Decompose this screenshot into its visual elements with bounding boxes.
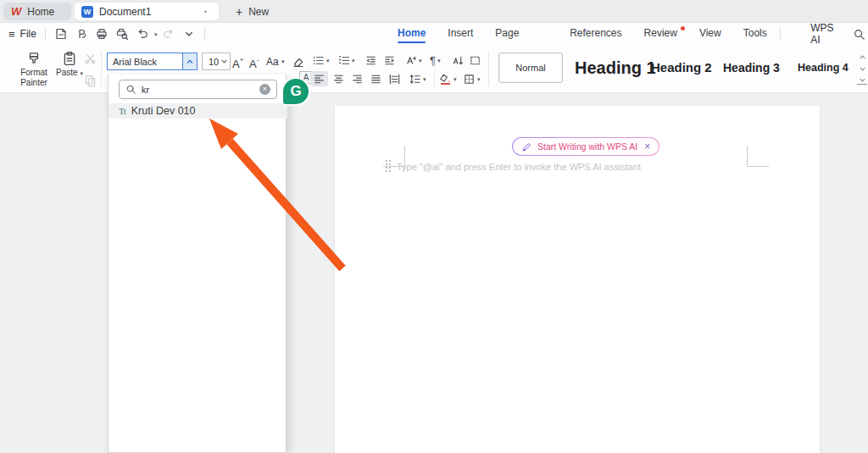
pilcrow-icon: ¶: [430, 55, 436, 66]
document-tab[interactable]: W Document1 •: [75, 3, 219, 20]
borders-caret: ▾: [477, 76, 481, 82]
style-heading-1[interactable]: Heading 1: [575, 52, 656, 83]
margin-corner-mark-right: [747, 146, 769, 167]
print-button[interactable]: [93, 25, 110, 42]
tab-home[interactable]: Home: [387, 23, 437, 45]
clear-search-button[interactable]: ×: [259, 84, 270, 95]
increase-font-size-button[interactable]: A+: [232, 52, 243, 70]
change-case-label: Aa: [266, 56, 279, 68]
search-icon: [125, 84, 136, 95]
copy-button[interactable]: [84, 75, 97, 91]
tab-view[interactable]: View: [688, 23, 732, 45]
home-workspace-tab[interactable]: W Home: [3, 3, 71, 20]
new-document-button[interactable]: + New: [229, 3, 275, 20]
tab-review[interactable]: Review: [633, 23, 688, 45]
font-result-name: Kruti Dev 010: [131, 105, 196, 117]
group-divider: [488, 52, 489, 86]
text-direction-button[interactable]: ▾: [404, 52, 422, 68]
increase-font-base: A: [232, 58, 240, 70]
save-button[interactable]: [53, 25, 70, 42]
show-marks-caret: ▾: [437, 58, 441, 64]
numbered-list-button[interactable]: ▾: [337, 52, 355, 68]
font-result-item[interactable]: Tt Kruti Dev 010: [108, 103, 287, 119]
font-size-dropdown-toggle[interactable]: [219, 58, 230, 65]
hamburger-icon: ≡: [8, 28, 15, 41]
increase-font-mod: +: [240, 56, 244, 64]
style-normal[interactable]: Normal: [498, 52, 563, 83]
undo-button[interactable]: [134, 25, 151, 42]
align-left-icon: [313, 73, 326, 86]
tab-references[interactable]: References: [559, 23, 632, 45]
close-icon[interactable]: ×: [644, 141, 650, 152]
bullet-list-icon: [312, 54, 325, 67]
clear-formatting-button[interactable]: [292, 52, 305, 70]
search-button[interactable]: [851, 25, 868, 43]
tab-review-label: Review: [644, 27, 677, 39]
paste-button[interactable]: Paste ▾: [53, 51, 86, 78]
frame-icon: [469, 54, 481, 67]
style-heading-2[interactable]: Heading 2: [651, 52, 712, 83]
style-heading-4[interactable]: Heading 4: [798, 52, 849, 83]
line-spacing-button[interactable]: ▾: [409, 71, 426, 86]
styles-gallery-more-button[interactable]: [857, 76, 867, 85]
text-direction-icon: [404, 54, 417, 67]
format-painter-label: Format Painter: [14, 68, 54, 87]
styles-scroll-down-button[interactable]: [857, 64, 867, 73]
font-name-combobox[interactable]: Arial Black: [107, 52, 198, 70]
borders-button[interactable]: ▾: [463, 71, 481, 86]
sort-button[interactable]: [452, 52, 465, 68]
justify-button[interactable]: [370, 71, 382, 86]
align-left-button[interactable]: [310, 71, 328, 86]
shading-button[interactable]: ▾: [439, 71, 457, 86]
style-heading-3[interactable]: Heading 3: [723, 52, 780, 83]
notification-dot-icon: [681, 26, 685, 30]
increase-indent-button[interactable]: [383, 52, 396, 68]
decrease-indent-button[interactable]: [364, 52, 377, 68]
bullet-list-button[interactable]: ▾: [312, 52, 330, 68]
document-page[interactable]: Type "@ai" and press Enter to invoke the…: [335, 106, 820, 453]
sparkle-icon: [794, 28, 806, 41]
tab-insert[interactable]: Insert: [437, 23, 484, 45]
cut-button[interactable]: [84, 52, 97, 69]
paragraph-drag-handle-icon[interactable]: [386, 160, 392, 173]
menu-bar: ≡ File ▾ Home Insert Page Layout Referen…: [0, 23, 868, 45]
show-marks-button[interactable]: ¶▾: [430, 52, 441, 68]
font-search-input[interactable]: kr ×: [119, 80, 277, 99]
decrease-font-size-button[interactable]: A-: [249, 52, 259, 70]
wps-logo-icon: W: [11, 5, 21, 18]
font-size-value: 10: [203, 57, 219, 67]
ribbon-tabs: Home Insert Page Layout References Revie…: [387, 23, 868, 45]
toolbar-more-chevron[interactable]: [181, 25, 198, 42]
tab-tools[interactable]: Tools: [732, 23, 778, 45]
increase-indent-icon: [383, 54, 396, 67]
format-painter-icon: [26, 51, 42, 66]
print-preview-button[interactable]: [114, 25, 131, 42]
cut-copy-column: [84, 52, 97, 91]
styles-gallery-scroll: [856, 52, 868, 85]
undo-dropdown-caret[interactable]: ▾: [154, 31, 158, 37]
file-menu-label: File: [20, 28, 36, 40]
text-frame-button[interactable]: [469, 52, 481, 68]
window-tab-bar: W Home W Document1 • + New: [0, 0, 868, 23]
tab-page-layout[interactable]: Page Layout: [484, 23, 559, 45]
styles-scroll-up-button[interactable]: [857, 52, 867, 61]
export-pdf-button[interactable]: [73, 25, 90, 42]
distribute-button[interactable]: [388, 71, 401, 86]
search-icon: [853, 28, 865, 41]
file-menu-button[interactable]: ≡ File: [0, 28, 45, 41]
change-case-button[interactable]: Aa ▾: [266, 52, 285, 70]
distribute-icon: [388, 73, 401, 86]
font-dropdown-panel: kr × Tt Kruti Dev 010: [108, 75, 287, 453]
align-right-button[interactable]: [351, 71, 364, 86]
format-painter-button[interactable]: Format Painter: [14, 51, 54, 87]
font-name-value: Arial Black: [108, 57, 182, 67]
align-center-icon: [332, 73, 345, 86]
font-size-combobox[interactable]: 10: [202, 52, 231, 70]
grammarly-badge-icon[interactable]: G: [283, 79, 309, 104]
font-name-dropdown-toggle[interactable]: [182, 53, 197, 69]
wps-ai-button[interactable]: WPS AI: [782, 22, 851, 46]
align-center-button[interactable]: [332, 71, 345, 86]
copy-icon: [84, 75, 97, 87]
redo-button[interactable]: [160, 25, 177, 42]
wps-ai-writing-pill[interactable]: Start Writing with WPS AI ×: [512, 137, 659, 156]
